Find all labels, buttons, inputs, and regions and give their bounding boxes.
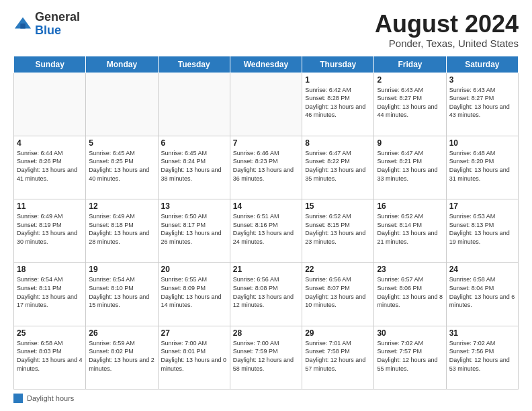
day-number: 29 [305, 328, 371, 338]
day-number: 28 [233, 328, 299, 338]
calendar-cell [14, 73, 86, 136]
daylight-color-box [13, 394, 23, 403]
calendar-cell: 3Sunrise: 6:43 AM Sunset: 8:27 PM Daylig… [446, 73, 518, 136]
day-number: 23 [377, 265, 443, 274]
calendar-cell: 23Sunrise: 6:57 AM Sunset: 8:06 PM Dayli… [374, 263, 446, 326]
calendar: SundayMondayTuesdayWednesdayThursdayFrid… [13, 56, 519, 390]
calendar-cell: 11Sunrise: 6:49 AM Sunset: 8:19 PM Dayli… [14, 199, 86, 263]
day-info: Sunrise: 7:02 AM Sunset: 7:57 PM Dayligh… [377, 339, 443, 373]
day-info: Sunrise: 6:57 AM Sunset: 8:06 PM Dayligh… [377, 275, 443, 309]
logo: General Blue [13, 11, 80, 38]
calendar-cell: 4Sunrise: 6:44 AM Sunset: 8:26 PM Daylig… [14, 136, 86, 199]
calendar-cell: 15Sunrise: 6:52 AM Sunset: 8:15 PM Dayli… [302, 199, 374, 263]
calendar-cell: 26Sunrise: 6:59 AM Sunset: 8:02 PM Dayli… [86, 326, 158, 389]
day-number: 20 [161, 265, 227, 274]
svg-rect-1 [20, 24, 25, 28]
calendar-cell: 6Sunrise: 6:45 AM Sunset: 8:24 PM Daylig… [158, 136, 230, 199]
calendar-cell: 12Sunrise: 6:49 AM Sunset: 8:18 PM Dayli… [86, 199, 158, 263]
day-info: Sunrise: 6:55 AM Sunset: 8:09 PM Dayligh… [161, 275, 227, 309]
calendar-cell: 9Sunrise: 6:47 AM Sunset: 8:21 PM Daylig… [374, 136, 446, 199]
day-number: 22 [305, 265, 371, 274]
title-block: August 2024 Ponder, Texas, United States [375, 11, 519, 49]
day-number: 5 [89, 138, 154, 148]
day-info: Sunrise: 6:49 AM Sunset: 8:18 PM Dayligh… [89, 212, 154, 246]
calendar-cell: 14Sunrise: 6:51 AM Sunset: 8:16 PM Dayli… [230, 199, 302, 263]
day-info: Sunrise: 6:45 AM Sunset: 8:25 PM Dayligh… [89, 149, 154, 183]
calendar-cell: 30Sunrise: 7:02 AM Sunset: 7:57 PM Dayli… [374, 326, 446, 389]
day-number: 12 [89, 201, 154, 211]
weekday-header: Friday [374, 56, 446, 73]
calendar-cell: 22Sunrise: 6:56 AM Sunset: 8:07 PM Dayli… [302, 263, 374, 326]
footer: Daylight hours [13, 394, 519, 404]
day-number: 14 [233, 201, 299, 211]
calendar-cell: 17Sunrise: 6:53 AM Sunset: 8:13 PM Dayli… [446, 199, 518, 263]
calendar-week-row: 4Sunrise: 6:44 AM Sunset: 8:26 PM Daylig… [14, 136, 519, 199]
weekday-header: Saturday [446, 56, 518, 73]
day-number: 16 [377, 201, 443, 211]
weekday-header: Thursday [302, 56, 374, 73]
calendar-cell: 16Sunrise: 6:52 AM Sunset: 8:14 PM Dayli… [374, 199, 446, 263]
weekday-header: Tuesday [158, 56, 230, 73]
calendar-cell: 20Sunrise: 6:55 AM Sunset: 8:09 PM Dayli… [158, 263, 230, 326]
calendar-week-row: 25Sunrise: 6:58 AM Sunset: 8:03 PM Dayli… [14, 326, 519, 389]
day-info: Sunrise: 6:42 AM Sunset: 8:28 PM Dayligh… [305, 86, 371, 120]
day-info: Sunrise: 6:43 AM Sunset: 8:27 PM Dayligh… [377, 86, 443, 120]
day-info: Sunrise: 6:58 AM Sunset: 8:04 PM Dayligh… [449, 275, 515, 309]
calendar-cell: 8Sunrise: 6:47 AM Sunset: 8:22 PM Daylig… [302, 136, 374, 199]
logo-icon [13, 15, 32, 34]
day-number: 11 [17, 201, 83, 211]
calendar-cell: 24Sunrise: 6:58 AM Sunset: 8:04 PM Dayli… [446, 263, 518, 326]
day-info: Sunrise: 7:02 AM Sunset: 7:56 PM Dayligh… [449, 339, 515, 373]
day-info: Sunrise: 6:52 AM Sunset: 8:14 PM Dayligh… [377, 212, 443, 246]
day-info: Sunrise: 6:44 AM Sunset: 8:26 PM Dayligh… [17, 149, 83, 183]
calendar-cell: 7Sunrise: 6:46 AM Sunset: 8:23 PM Daylig… [230, 136, 302, 199]
day-info: Sunrise: 6:47 AM Sunset: 8:22 PM Dayligh… [305, 149, 371, 183]
day-info: Sunrise: 6:51 AM Sunset: 8:16 PM Dayligh… [233, 212, 299, 246]
day-number: 13 [161, 201, 227, 211]
day-number: 31 [449, 328, 515, 338]
calendar-header-row: SundayMondayTuesdayWednesdayThursdayFrid… [14, 56, 519, 73]
calendar-cell [230, 73, 302, 136]
calendar-cell: 25Sunrise: 6:58 AM Sunset: 8:03 PM Dayli… [14, 326, 86, 389]
day-info: Sunrise: 6:54 AM Sunset: 8:11 PM Dayligh… [17, 275, 83, 309]
day-number: 25 [17, 328, 83, 338]
calendar-week-row: 1Sunrise: 6:42 AM Sunset: 8:28 PM Daylig… [14, 73, 519, 136]
footer-daylight-text: Daylight hours [27, 394, 74, 402]
day-number: 27 [161, 328, 227, 338]
day-info: Sunrise: 6:58 AM Sunset: 8:03 PM Dayligh… [17, 339, 83, 373]
day-number: 26 [89, 328, 154, 338]
day-info: Sunrise: 6:47 AM Sunset: 8:21 PM Dayligh… [377, 149, 443, 183]
calendar-week-row: 11Sunrise: 6:49 AM Sunset: 8:19 PM Dayli… [14, 199, 519, 263]
calendar-cell: 29Sunrise: 7:01 AM Sunset: 7:58 PM Dayli… [302, 326, 374, 389]
day-number: 6 [161, 138, 227, 148]
day-info: Sunrise: 6:56 AM Sunset: 8:08 PM Dayligh… [233, 275, 299, 309]
day-info: Sunrise: 6:49 AM Sunset: 8:19 PM Dayligh… [17, 212, 83, 246]
calendar-cell [158, 73, 230, 136]
day-number: 4 [17, 138, 83, 148]
day-number: 19 [89, 265, 154, 274]
day-info: Sunrise: 6:54 AM Sunset: 8:10 PM Dayligh… [89, 275, 154, 309]
calendar-week-row: 18Sunrise: 6:54 AM Sunset: 8:11 PM Dayli… [14, 263, 519, 326]
day-number: 2 [377, 75, 443, 85]
day-number: 24 [449, 265, 515, 274]
weekday-header: Wednesday [230, 56, 302, 73]
day-info: Sunrise: 6:53 AM Sunset: 8:13 PM Dayligh… [449, 212, 515, 246]
calendar-cell: 19Sunrise: 6:54 AM Sunset: 8:10 PM Dayli… [86, 263, 158, 326]
day-info: Sunrise: 6:52 AM Sunset: 8:15 PM Dayligh… [305, 212, 371, 246]
day-info: Sunrise: 6:43 AM Sunset: 8:27 PM Dayligh… [449, 86, 515, 120]
logo-text: General Blue [35, 11, 80, 38]
day-number: 7 [233, 138, 299, 148]
calendar-cell: 31Sunrise: 7:02 AM Sunset: 7:56 PM Dayli… [446, 326, 518, 389]
day-number: 30 [377, 328, 443, 338]
calendar-cell [86, 73, 158, 136]
weekday-header: Monday [86, 56, 158, 73]
calendar-cell: 5Sunrise: 6:45 AM Sunset: 8:25 PM Daylig… [86, 136, 158, 199]
calendar-cell: 1Sunrise: 6:42 AM Sunset: 8:28 PM Daylig… [302, 73, 374, 136]
day-info: Sunrise: 6:56 AM Sunset: 8:07 PM Dayligh… [305, 275, 371, 309]
day-number: 10 [449, 138, 515, 148]
day-info: Sunrise: 6:45 AM Sunset: 8:24 PM Dayligh… [161, 149, 227, 183]
subtitle: Ponder, Texas, United States [375, 38, 519, 49]
day-info: Sunrise: 7:00 AM Sunset: 7:59 PM Dayligh… [233, 339, 299, 373]
logo-blue-text: Blue [35, 24, 61, 37]
day-number: 17 [449, 201, 515, 211]
